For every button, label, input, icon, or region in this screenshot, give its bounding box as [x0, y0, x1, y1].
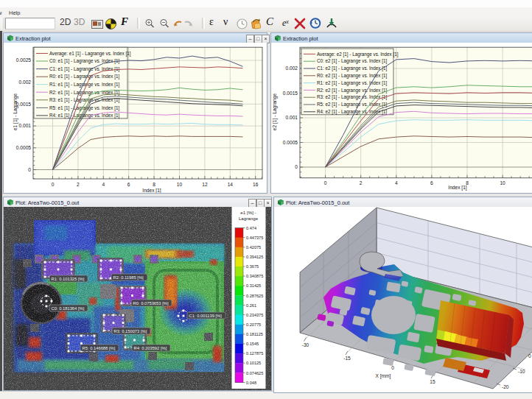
svg-text:e2 [1] - Lagrange: e2 [1] - Lagrange — [272, 93, 278, 131]
svg-text:Index [1]: Index [1] — [448, 185, 466, 191]
svg-text:R3: 0.150073 [%]: R3: 0.150073 [%] — [114, 329, 147, 333]
svg-text:e1 [%] -: e1 [%] - — [240, 210, 256, 215]
svg-text:0.447375: 0.447375 — [246, 236, 263, 240]
svg-text:R2: 0.11985 [%]: R2: 0.11985 [%] — [113, 275, 144, 280]
svg-text:C0: e1 [1] - Lagrange vs. Inde: C0: e1 [1] - Lagrange vs. Index [1] — [49, 58, 119, 64]
svg-text:R0: 0.0753653 [%]: R0: 0.0753653 [%] — [133, 301, 169, 306]
svg-text:R0: e1 [1] - Lagrange vs. Inde: R0: e1 [1] - Lagrange vs. Index [1] — [49, 74, 119, 80]
svg-text:R4: e1 [1] - Lagrange vs. Inde: R4: e1 [1] - Lagrange vs. Index [1] — [49, 113, 119, 119]
svg-text:0: 0 — [295, 164, 298, 169]
svg-text:0.0005: 0.0005 — [16, 145, 32, 150]
svg-text:-30: -30 — [302, 342, 309, 347]
svg-text:0.31425: 0.31425 — [246, 283, 261, 288]
svg-text:0.234375: 0.234375 — [246, 313, 263, 317]
svg-text:Lagrange: Lagrange — [239, 216, 259, 221]
svg-text:0: 0 — [528, 353, 531, 359]
svg-text:0.0005: 0.0005 — [283, 140, 298, 145]
svg-text:2: 2 — [77, 182, 80, 187]
svg-text:-15: -15 — [343, 356, 351, 361]
svg-text:R5: 0.146688 [%]: R5: 0.146688 [%] — [83, 346, 116, 350]
svg-text:0.0015: 0.0015 — [283, 91, 298, 96]
svg-text:0.001: 0.001 — [285, 115, 298, 120]
svg-text:C1: 0.001139 [%]: C1: 0.001139 [%] — [189, 314, 223, 318]
svg-text:14: 14 — [228, 182, 234, 187]
svg-text:R1: 0.101325 [%]: R1: 0.101325 [%] — [52, 277, 85, 281]
svg-text:0.181125: 0.181125 — [246, 332, 263, 336]
svg-text:2: 2 — [360, 180, 363, 186]
svg-text:6: 6 — [430, 180, 433, 186]
svg-text:4: 4 — [102, 182, 105, 187]
svg-text:15: 15 — [430, 379, 435, 384]
svg-text:C1: e1 [1] - Lagrange vs. Inde: C1: e1 [1] - Lagrange vs. Index [1] — [49, 66, 119, 72]
svg-text:0.001: 0.001 — [18, 123, 31, 128]
svg-text:R1: e2 [1] - Lagrange vs. Inde: R1: e2 [1] - Lagrange vs. Index [1] — [317, 80, 387, 86]
svg-text:16: 16 — [253, 182, 259, 187]
svg-text:0.048: 0.048 — [246, 381, 256, 385]
svg-text:12: 12 — [202, 182, 208, 187]
svg-text:10: 10 — [500, 180, 505, 186]
svg-text:Index [1]: Index [1] — [142, 188, 161, 193]
svg-text:6: 6 — [127, 182, 130, 187]
svg-text:-10: -10 — [518, 369, 525, 374]
svg-text:0.42075: 0.42075 — [246, 245, 261, 250]
svg-text:0.20775: 0.20775 — [246, 322, 261, 327]
svg-text:R3: e2 [1] - Lagrange vs. Inde: R3: e2 [1] - Lagrange vs. Index [1] — [317, 94, 387, 100]
svg-text:0.1545: 0.1545 — [246, 342, 259, 346]
svg-text:C1: e2 [1] - Lagrange vs. Inde: C1: e2 [1] - Lagrange vs. Index [1] — [317, 66, 387, 71]
svg-text:4: 4 — [395, 180, 398, 186]
svg-text:Average: e1 [1] - Lagrange vs.: Average: e1 [1] - Lagrange vs. Index [1] — [49, 51, 131, 57]
svg-text:0: 0 — [391, 365, 394, 370]
svg-text:0.127875: 0.127875 — [246, 351, 263, 356]
svg-text:C0: e2 [1] - Lagrange vs. Inde: C0: e2 [1] - Lagrange vs. Index [1] — [317, 58, 387, 64]
svg-text:0.10125: 0.10125 — [246, 361, 261, 365]
svg-text:0.287625: 0.287625 — [246, 294, 263, 298]
svg-text:0.002: 0.002 — [18, 80, 31, 85]
svg-text:0: 0 — [324, 180, 327, 186]
svg-text:0.340875: 0.340875 — [246, 274, 263, 278]
svg-text:0.0015: 0.0015 — [16, 102, 32, 107]
svg-text:0: 0 — [28, 167, 31, 172]
svg-text:0.0025: 0.0025 — [16, 57, 32, 63]
svg-text:-20: -20 — [502, 384, 509, 389]
svg-text:e1 [1] - Lagrange: e1 [1] - Lagrange — [13, 93, 18, 131]
svg-text:0.002: 0.002 — [285, 66, 298, 71]
svg-text:0.074625: 0.074625 — [246, 371, 263, 375]
svg-text:0.261: 0.261 — [246, 303, 256, 308]
svg-text:8: 8 — [153, 182, 155, 187]
svg-text:R2: e2 [1] - Lagrange vs. Inde: R2: e2 [1] - Lagrange vs. Index [1] — [317, 88, 387, 93]
svg-text:0: 0 — [52, 182, 55, 187]
svg-text:R3: e1 [1] - Lagrange vs. Inde: R3: e1 [1] - Lagrange vs. Index [1] — [49, 97, 119, 103]
svg-text:R4: 0.203592 [%]: R4: 0.203592 [%] — [134, 346, 167, 350]
svg-text:Average: e2 [1] - Lagrange vs.: Average: e2 [1] - Lagrange vs. Index [1] — [317, 52, 399, 57]
svg-text:C0: 0.181364 [%]: C0: 0.181364 [%] — [52, 306, 85, 311]
svg-text:X [mm]: X [mm] — [376, 373, 391, 379]
svg-text:0.3675: 0.3675 — [246, 264, 259, 269]
svg-text:0.394125: 0.394125 — [246, 255, 263, 259]
svg-text:R5: e2 [1] - Lagrange vs. Inde: R5: e2 [1] - Lagrange vs. Index [1] — [317, 102, 387, 107]
svg-text:0.474: 0.474 — [246, 226, 256, 230]
svg-text:10: 10 — [177, 182, 183, 187]
